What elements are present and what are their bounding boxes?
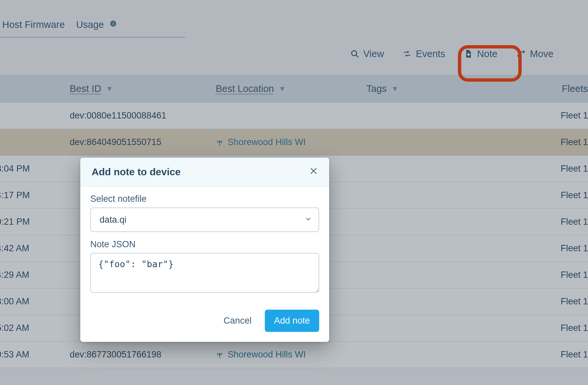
notefile-select[interactable]	[90, 207, 319, 232]
modal-header: Add note to device	[80, 158, 329, 187]
modal-title: Add note to device	[92, 166, 181, 178]
note-json-textarea[interactable]	[90, 253, 319, 293]
note-json-label: Note JSON	[90, 239, 319, 250]
add-note-modal: Add note to device Select notefile Note …	[80, 158, 329, 342]
add-note-button[interactable]: Add note	[265, 310, 319, 332]
select-notefile-label: Select notefile	[90, 194, 319, 204]
modal-body: Select notefile Note JSON	[80, 187, 329, 304]
notefile-select-wrap	[90, 207, 319, 232]
cancel-button[interactable]: Cancel	[220, 311, 256, 331]
modal-footer: Cancel Add note	[80, 304, 329, 342]
close-icon[interactable]	[309, 167, 318, 178]
